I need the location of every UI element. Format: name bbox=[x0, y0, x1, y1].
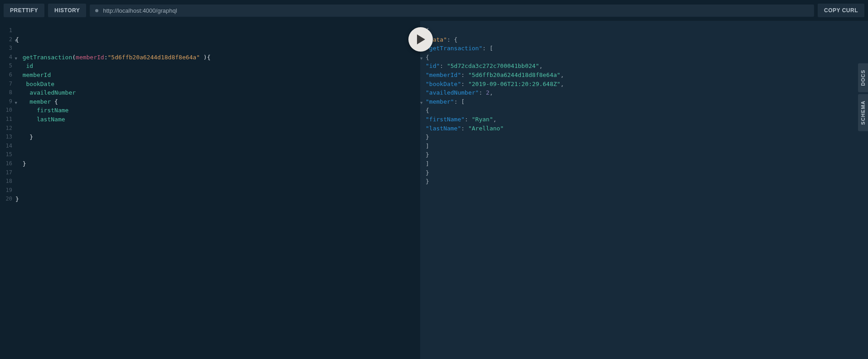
result-line: } bbox=[426, 168, 868, 177]
line-number: 13 bbox=[0, 133, 14, 142]
query-editor[interactable]: 12▼34▼56789▼1011121314151617181920 { get… bbox=[0, 21, 420, 359]
line-number: 16 bbox=[0, 159, 14, 168]
result-line: } bbox=[426, 177, 868, 186]
result-line: "firstName": "Ryan", bbox=[426, 115, 868, 124]
line-number: 18 bbox=[0, 177, 14, 186]
line-number: 20 bbox=[0, 195, 14, 204]
main: 12▼34▼56789▼1011121314151617181920 { get… bbox=[0, 21, 868, 359]
status-dot-icon bbox=[95, 9, 98, 12]
line-number: 12 bbox=[0, 124, 14, 133]
code-line[interactable] bbox=[15, 150, 420, 159]
result-line: ] bbox=[426, 159, 868, 168]
code-line[interactable] bbox=[15, 168, 420, 177]
line-number: 3 bbox=[0, 44, 14, 53]
line-number: 8 bbox=[0, 88, 14, 97]
code-line[interactable] bbox=[15, 177, 420, 186]
copy-curl-button[interactable]: COPY CURL bbox=[818, 4, 864, 17]
code-line[interactable] bbox=[15, 142, 420, 151]
code-line[interactable]: bookDate bbox=[15, 80, 420, 89]
code-line[interactable] bbox=[15, 186, 420, 195]
code-line[interactable]: firstName bbox=[15, 106, 420, 115]
code-line[interactable]: availedNumber bbox=[15, 88, 420, 97]
code-line[interactable]: member { bbox=[15, 97, 420, 106]
result-line: ▼ "getTransaction": [ bbox=[426, 44, 868, 53]
line-number: 1 bbox=[0, 26, 14, 35]
line-number: 4▼ bbox=[0, 53, 14, 62]
result-code: ▼{▼ "data": {▼ "getTransaction": [▼ { "i… bbox=[420, 26, 868, 186]
result-line: "lastName": "Arellano" bbox=[426, 124, 868, 133]
code-line[interactable]: lastName bbox=[15, 115, 420, 124]
code-line[interactable] bbox=[15, 44, 420, 53]
result-viewer[interactable]: ▼{▼ "data": {▼ "getTransaction": [▼ { "i… bbox=[420, 21, 868, 359]
line-number: 17 bbox=[0, 168, 14, 177]
fold-icon[interactable]: ▼ bbox=[420, 54, 422, 63]
docs-tab[interactable]: DOCS bbox=[858, 63, 868, 92]
toolbar: PRETTIFY HISTORY COPY CURL bbox=[0, 0, 868, 21]
result-line: ▼{ bbox=[426, 26, 868, 35]
result-line: ▼ "member": [ bbox=[426, 97, 868, 106]
line-number: 10 bbox=[0, 106, 14, 115]
query-code[interactable]: { getTransaction(memberId:"5d6ffb20a6244… bbox=[15, 26, 420, 204]
result-line: ▼ "data": { bbox=[426, 35, 868, 44]
result-line: "bookDate": "2019-09-06T21:20:29.648Z", bbox=[426, 80, 868, 89]
line-number: 9▼ bbox=[0, 97, 14, 106]
code-line[interactable]: } bbox=[15, 195, 420, 204]
result-line: { bbox=[426, 106, 868, 115]
code-line[interactable]: id bbox=[15, 62, 420, 71]
line-number: 15 bbox=[0, 150, 14, 159]
endpoint-input[interactable] bbox=[103, 7, 809, 14]
code-line[interactable] bbox=[15, 124, 420, 133]
code-line[interactable]: } bbox=[15, 133, 420, 142]
prettify-button[interactable]: PRETTIFY bbox=[4, 4, 44, 17]
line-number: 6 bbox=[0, 71, 14, 80]
endpoint-bar[interactable] bbox=[90, 5, 814, 17]
line-number: 5 bbox=[0, 62, 14, 71]
line-number: 7 bbox=[0, 80, 14, 89]
code-line[interactable]: { bbox=[15, 35, 420, 44]
history-button[interactable]: HISTORY bbox=[48, 4, 86, 17]
code-line[interactable]: getTransaction(memberId:"5d6ffb20a6244d1… bbox=[15, 53, 420, 62]
line-number: 2▼ bbox=[0, 35, 14, 44]
side-tabs: DOCS SCHEMA bbox=[858, 63, 868, 131]
result-line: ] bbox=[426, 142, 868, 151]
svg-marker-0 bbox=[417, 34, 425, 44]
execute-button[interactable] bbox=[408, 27, 433, 52]
line-number: 14 bbox=[0, 142, 14, 151]
play-icon bbox=[417, 34, 426, 44]
line-number: 19 bbox=[0, 186, 14, 195]
result-line: } bbox=[426, 133, 868, 142]
result-line: "id": "5d72cda3c272c700041bb024", bbox=[426, 62, 868, 71]
line-gutter: 12▼34▼56789▼1011121314151617181920 bbox=[0, 26, 14, 204]
result-line: "memberId": "5d6ffb20a6244d18d8f8e64a", bbox=[426, 71, 868, 80]
code-line[interactable]: } bbox=[15, 159, 420, 168]
result-line: } bbox=[426, 150, 868, 159]
result-line: "availedNumber": 2, bbox=[426, 88, 868, 97]
code-line[interactable] bbox=[15, 26, 420, 35]
line-number: 11 bbox=[0, 115, 14, 124]
code-line[interactable]: memberId bbox=[15, 71, 420, 80]
fold-icon[interactable]: ▼ bbox=[420, 99, 422, 108]
result-line: ▼ { bbox=[426, 53, 868, 62]
schema-tab[interactable]: SCHEMA bbox=[858, 94, 868, 131]
